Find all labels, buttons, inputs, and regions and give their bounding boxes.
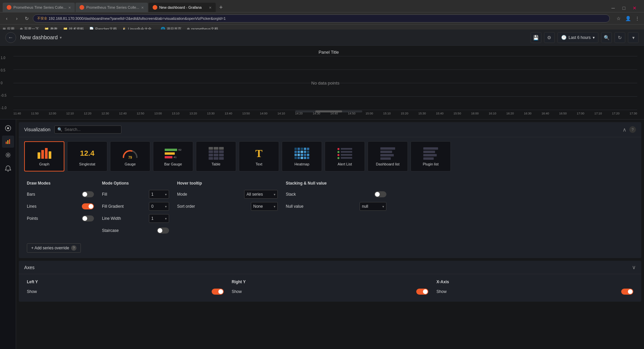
- alertlist-label: Alert List: [338, 162, 352, 166]
- time-range-picker[interactable]: 🕐 Last 6 hours ▾: [557, 32, 598, 43]
- sidebar-item-datasource[interactable]: [2, 122, 14, 134]
- axes-section-header[interactable]: Axes ∨: [19, 261, 641, 274]
- maximize-button[interactable]: □: [620, 4, 628, 12]
- axes-content: Left Y Show Right Y Show: [19, 274, 641, 302]
- hover-mode-label: Mode: [177, 192, 187, 197]
- back-to-dashboard-button[interactable]: ←: [5, 32, 16, 43]
- plugin-card-bargauge[interactable]: 62 41 Bar Gauge: [153, 141, 193, 171]
- mode-options-group: Mode Options Fill 1 ▾ Fill Gradient 0: [102, 181, 169, 235]
- top-nav-actions: 💾 ⚙ 🕐 Last 6 hours ▾ 🔍 ↻ ▾: [531, 32, 639, 43]
- null-value-label: Null value: [286, 204, 304, 209]
- chart-container: 1.0 0.5 0 -0.5 -1.0 No data points 11:40…: [13, 56, 637, 110]
- sidebar-item-settings[interactable]: [2, 149, 14, 161]
- refresh-button[interactable]: ↻: [614, 32, 625, 43]
- new-tab-button[interactable]: +: [216, 3, 226, 12]
- help-circle-icon[interactable]: ?: [71, 245, 76, 251]
- fill-gradient-value: 0: [151, 204, 164, 209]
- search-icon: 🔍: [57, 127, 62, 132]
- close-window-button[interactable]: ✕: [631, 4, 639, 12]
- viz-help-button[interactable]: ?: [629, 126, 636, 133]
- table-label: Table: [212, 162, 220, 166]
- plugin-card-pluginlist[interactable]: Plugin list: [411, 141, 451, 171]
- sort-order-option-row: Sort order None ▾: [177, 202, 278, 211]
- fill-gradient-select[interactable]: 0 ▾: [149, 202, 169, 211]
- browser-tab-1[interactable]: Prometheus Time Series Colle... ×: [3, 3, 75, 12]
- x-axis-show-toggle[interactable]: [621, 289, 633, 295]
- minimize-button[interactable]: ─: [609, 4, 617, 12]
- plugin-card-dashboardlist[interactable]: Dashboard list: [368, 141, 408, 171]
- pluginlist-label: Plugin list: [423, 162, 438, 166]
- reload-button[interactable]: ↻: [23, 14, 31, 22]
- tab-close-2[interactable]: ×: [141, 5, 144, 10]
- dashboard-settings-button[interactable]: ⚙: [544, 32, 555, 43]
- tab-close-3[interactable]: ×: [209, 5, 212, 10]
- viz-search-input[interactable]: [64, 127, 111, 132]
- plugin-card-table[interactable]: Table: [196, 141, 236, 171]
- clock-icon: 🕐: [561, 35, 567, 40]
- tab-favicon-1: [7, 5, 11, 10]
- browser-chrome: Prometheus Time Series Colle... × Promet…: [0, 0, 644, 30]
- sort-order-value: None: [253, 204, 272, 209]
- back-button[interactable]: ‹: [3, 14, 11, 22]
- forward-button[interactable]: ›: [13, 14, 21, 22]
- fill-gradient-label: Fill Gradient: [102, 204, 124, 209]
- override-section: + Add series override ?: [19, 241, 641, 258]
- plugin-card-heatmap[interactable]: Heatmap: [282, 141, 322, 171]
- dashboardlist-label: Dashboard list: [376, 162, 399, 166]
- browser-tab-2[interactable]: Prometheus Time Series Colle... ×: [75, 3, 148, 12]
- plugin-card-text[interactable]: T Text: [239, 141, 279, 171]
- bars-toggle[interactable]: [82, 191, 94, 197]
- browser-tab-3[interactable]: New dashboard - Grafana ×: [149, 3, 216, 12]
- viz-search-box[interactable]: 🔍: [54, 126, 121, 134]
- plugin-card-gauge[interactable]: 79 Gauge: [110, 141, 150, 171]
- points-label: Points: [27, 216, 38, 221]
- fill-dropdown-icon: ▾: [165, 193, 167, 196]
- tab-label-3: New dashboard - Grafana: [159, 5, 202, 9]
- chevron-down-icon: ▾: [60, 35, 62, 40]
- x-axis-show-label: Show: [436, 289, 446, 294]
- tab-close-1[interactable]: ×: [68, 5, 71, 10]
- plugin-card-graph[interactable]: Graph: [24, 141, 64, 171]
- points-toggle[interactable]: [82, 215, 94, 221]
- address-text: 192.168.81.170:3000/dashboard/new?panelI…: [49, 16, 226, 20]
- viz-collapse-button[interactable]: ∧: [623, 127, 627, 133]
- add-series-override-button[interactable]: + Add series override ?: [27, 243, 81, 253]
- bargauge-icon: 62 41: [165, 147, 181, 160]
- profile-icon[interactable]: 👤: [624, 14, 632, 22]
- more-icon[interactable]: ⋮: [633, 14, 641, 22]
- stack-label: Stack: [286, 192, 296, 197]
- line-width-select[interactable]: 1 ▾: [149, 214, 169, 223]
- sidebar-item-notifications[interactable]: [2, 162, 14, 174]
- line-width-dropdown-icon: ▾: [165, 217, 167, 220]
- null-value-select[interactable]: null ▾: [360, 202, 386, 211]
- save-dashboard-button[interactable]: 💾: [531, 32, 541, 43]
- address-input[interactable]: 不安全 192.168.81.170:3000/dashboard/new?pa…: [33, 14, 610, 22]
- right-y-title: Right Y: [232, 280, 429, 284]
- hover-tooltip-group: Hover tooltip Mode All series ▾ Sort ord…: [177, 181, 278, 235]
- grafana-app: ← New dashboard ▾ 💾 ⚙ 🕐 Last 6 hours ▾ 🔍…: [0, 30, 644, 349]
- more-options-button[interactable]: ▾: [628, 32, 639, 43]
- search-button[interactable]: 🔍: [601, 32, 612, 43]
- sidebar-item-visualization[interactable]: [2, 136, 14, 148]
- dashboard-title[interactable]: New dashboard ▾: [20, 35, 62, 41]
- sort-order-select[interactable]: None ▾: [251, 202, 278, 211]
- viz-section-title: Visualization: [24, 127, 50, 132]
- hover-mode-dropdown-icon: ▾: [274, 193, 275, 196]
- left-y-show-toggle[interactable]: [212, 289, 224, 295]
- svg-rect-2: [6, 142, 7, 144]
- lines-toggle[interactable]: [82, 203, 94, 209]
- panel-title: Panel Title: [13, 48, 644, 56]
- fill-select[interactable]: 1 ▾: [149, 190, 169, 199]
- plugin-card-alertlist[interactable]: Alert List: [325, 141, 365, 171]
- bookmark-icon[interactable]: ☆: [614, 14, 623, 22]
- lines-option-row: Lines: [27, 202, 94, 211]
- plugin-card-singlestat[interactable]: 12.4 Singlestat: [67, 141, 107, 171]
- table-icon: [208, 147, 224, 160]
- hover-mode-select[interactable]: All series ▾: [244, 190, 278, 199]
- right-y-show-toggle[interactable]: [416, 289, 428, 295]
- time-range-chevron-icon: ▾: [593, 35, 595, 40]
- stack-toggle[interactable]: [374, 191, 386, 197]
- staircase-toggle[interactable]: [157, 228, 169, 234]
- graph-icon: [36, 147, 53, 160]
- line-width-label: Line Width: [102, 216, 121, 221]
